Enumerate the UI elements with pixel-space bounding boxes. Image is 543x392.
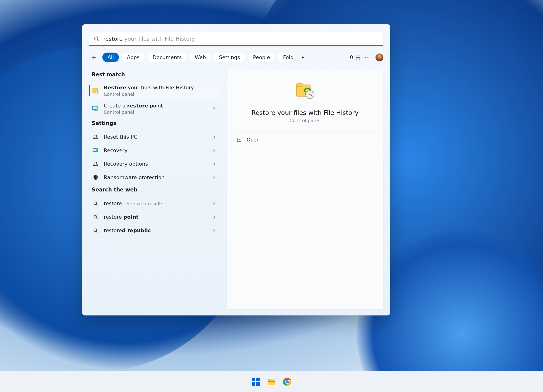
svg-rect-5 [93,88,95,89]
svg-rect-9 [94,110,96,111]
search-icon [92,200,100,208]
chevron-right-icon [212,162,216,166]
result-title: restore - See web results [104,200,208,207]
taskbar [0,371,543,392]
result-title: restore point [104,214,208,221]
chevron-right-icon [212,135,216,139]
web-result[interactable]: restore point [89,210,221,224]
settings-result[interactable]: Ransomware protection [89,171,221,184]
settings-item-icon [92,160,100,168]
back-button[interactable] [89,53,98,62]
search-input[interactable]: restore your files with File History [103,36,195,42]
result-title: Recovery [104,147,208,154]
svg-rect-32 [268,379,271,381]
preview-subtitle: Control panel [234,118,375,123]
chevron-right-icon [212,148,216,153]
web-result[interactable]: restore - See web results [89,197,221,210]
svg-rect-27 [252,378,255,381]
search-typed-text: restore [103,36,123,42]
file-history-icon-large [294,81,316,103]
result-title: Reset this PC [104,134,208,141]
svg-point-36 [286,380,289,383]
filter-pill-apps[interactable]: Apps [122,53,144,62]
svg-point-3 [358,56,360,58]
search-icon [92,227,100,234]
chevron-right-icon [212,201,216,206]
svg-rect-10 [94,111,97,111]
svg-rect-28 [256,378,260,381]
svg-line-17 [96,204,97,205]
rewards-points: 0 [350,54,353,60]
result-title: Ransomware protection [104,174,208,181]
more-options[interactable]: ⋯ [364,53,373,62]
filter-pill-fold[interactable]: Fold [278,53,295,62]
filter-pill-all[interactable]: All [102,53,119,62]
svg-rect-33 [268,381,275,382]
svg-point-2 [356,56,358,58]
start-button[interactable] [251,377,261,387]
svg-line-21 [96,231,97,233]
file-history-icon [92,87,100,95]
search-input-wrapper[interactable]: restore your files with File History [89,32,383,46]
monitor-icon [92,105,100,113]
search-web-header: Search the web [89,184,221,197]
svg-point-0 [95,37,98,40]
settings-result[interactable]: Recovery [89,144,221,157]
rewards-icon [355,54,361,61]
svg-rect-14 [94,152,96,152]
search-window: restore your files with File History All… [82,24,390,315]
preview-open-action[interactable]: Open [234,133,375,146]
result-title: Create a restore point [104,102,208,109]
settings-header: Settings [89,118,221,130]
filter-pill-web[interactable]: Web [190,53,211,62]
svg-point-18 [94,216,97,218]
svg-point-16 [94,202,97,205]
svg-rect-23 [297,84,303,86]
chevron-right-icon [212,215,216,219]
filter-pill-settings[interactable]: Settings [214,53,245,62]
chrome-button[interactable] [282,377,292,387]
result-title: restored republic [104,227,208,234]
search-icon [94,36,100,42]
file-explorer-button[interactable] [266,377,277,387]
svg-point-20 [94,229,97,232]
result-title: Restore your files with File History [104,85,216,91]
settings-item-icon [92,147,100,154]
result-create-restore-point[interactable]: Create a restore point Control panel [89,100,221,118]
user-avatar[interactable] [375,53,383,61]
open-icon [236,137,242,143]
results-column: Best match Restore your files with File … [89,69,221,309]
filter-pill-documents[interactable]: Documents [147,53,187,62]
open-label: Open [247,137,260,143]
result-subtitle: Control panel [104,110,208,115]
filter-pill-people[interactable]: People [248,53,275,62]
preview-title: Restore your files with File History [234,109,375,116]
result-title: Recovery options [104,161,208,167]
svg-line-19 [96,218,97,219]
search-suggestion-suffix: your files with File History [123,36,195,42]
filter-row: AllAppsDocumentsWebSettingsPeopleFold 0 … [89,53,383,62]
scroll-filters-right[interactable] [298,53,307,62]
result-subtitle: Control panel [104,92,216,97]
chevron-right-icon [212,175,216,180]
best-match-header: Best match [89,69,221,82]
settings-item-icon [92,174,100,182]
web-result[interactable]: restored republic [89,224,221,237]
search-icon [92,213,100,221]
settings-result[interactable]: Recovery options [89,157,221,171]
chevron-right-icon [212,106,216,111]
settings-result[interactable]: Reset this PC [89,130,221,144]
rewards-indicator[interactable]: 0 [350,54,361,61]
result-best-match[interactable]: Restore your files with File History Con… [89,82,221,100]
preview-divider [234,131,375,131]
chevron-right-icon [212,228,216,233]
preview-pane: Restore your files with File History Con… [226,69,383,309]
svg-rect-29 [252,382,255,386]
svg-rect-30 [256,382,260,386]
svg-line-1 [97,40,99,41]
settings-item-icon [92,133,100,141]
